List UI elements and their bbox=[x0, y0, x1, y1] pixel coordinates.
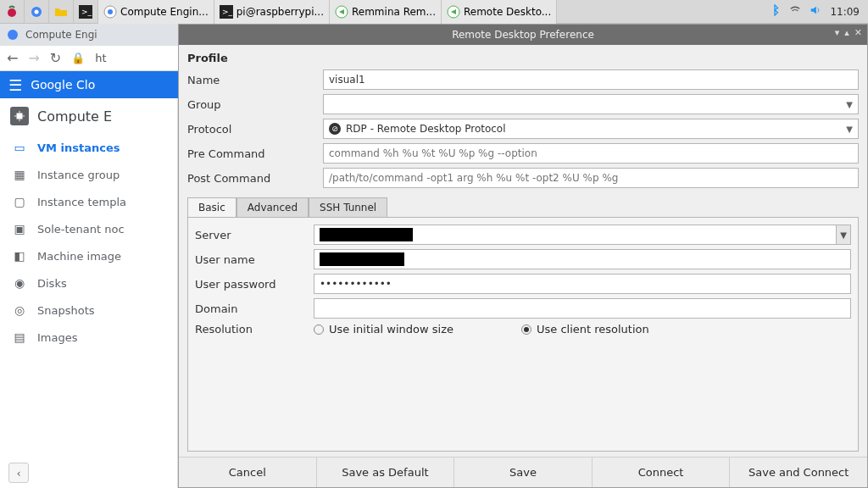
url-fragment[interactable]: ht bbox=[95, 52, 106, 64]
svg-point-11 bbox=[8, 30, 18, 40]
taskbar-window-label: Remmina Rem... bbox=[352, 6, 436, 18]
label-postcommand: Post Command bbox=[187, 172, 323, 185]
svg-point-0 bbox=[8, 8, 16, 17]
postcommand-input[interactable] bbox=[323, 168, 859, 188]
compute-engine-icon bbox=[10, 107, 29, 125]
sidebar-collapse-button[interactable]: ‹ bbox=[8, 463, 29, 483]
chrome-favicon-icon bbox=[7, 29, 19, 41]
settings-tabs: Basic Advanced SSH Tunnel bbox=[187, 197, 859, 217]
group-icon: ▦ bbox=[12, 168, 27, 181]
save-button[interactable]: Save bbox=[453, 458, 592, 487]
row-resolution: Resolution Use initial window size Use c… bbox=[195, 323, 851, 336]
back-button[interactable]: ← bbox=[7, 50, 18, 66]
sidebar-item-machine-images[interactable]: ◧ Machine image bbox=[0, 242, 177, 269]
sidebar-item-snapshots[interactable]: ◎ Snapshots bbox=[0, 297, 177, 324]
sidebar-item-vm-instances[interactable]: ▭ VM instances bbox=[0, 134, 177, 161]
sidebar-item-images[interactable]: ▤ Images bbox=[0, 324, 177, 351]
tenant-icon: ▣ bbox=[12, 222, 27, 236]
taskbar-window-remmina[interactable]: Remmina Rem... bbox=[330, 0, 442, 24]
gcloud-logo-text[interactable]: Google Clo bbox=[31, 78, 95, 92]
file-manager-launcher[interactable] bbox=[49, 0, 74, 24]
browser-tab-title[interactable]: Compute Engi bbox=[25, 29, 97, 41]
radio-icon bbox=[314, 324, 324, 335]
label-precommand: Pre Command bbox=[187, 147, 323, 160]
sidebar-item-label: Images bbox=[37, 331, 78, 344]
bluetooth-icon[interactable] bbox=[769, 4, 781, 19]
remote-desktop-preference-dialog: Remote Desktop Preference ▾ ▴ ✕ Profile … bbox=[178, 24, 868, 488]
chevron-down-icon: ▼ bbox=[846, 125, 853, 134]
row-name: Name bbox=[187, 69, 859, 90]
machine-image-icon: ◧ bbox=[12, 249, 27, 263]
tab-advanced[interactable]: Advanced bbox=[236, 197, 309, 217]
minimize-icon[interactable]: ▾ bbox=[835, 27, 840, 38]
save-connect-button[interactable]: Save and Connect bbox=[729, 458, 867, 487]
chevron-down-icon: ▼ bbox=[846, 100, 853, 109]
sidebar-item-instance-templates[interactable]: ▢ Instance templa bbox=[0, 188, 177, 215]
sidebar-item-label: Machine image bbox=[37, 250, 121, 263]
wifi-icon[interactable] bbox=[789, 4, 801, 19]
chromium-launcher[interactable] bbox=[25, 0, 49, 24]
gcloud-topbar: ☰ Google Clo bbox=[0, 71, 178, 98]
label-group: Group bbox=[187, 98, 323, 111]
sidebar-item-label: Disks bbox=[37, 277, 67, 290]
server-history-dropdown[interactable]: ▼ bbox=[836, 225, 851, 245]
reload-button[interactable]: ↻ bbox=[50, 50, 61, 66]
resolution-radio-initial[interactable]: Use initial window size bbox=[314, 323, 453, 336]
taskbar-window-label: Compute Engin... bbox=[120, 6, 209, 18]
remmina-icon bbox=[335, 5, 348, 19]
sidebar-item-disks[interactable]: ◉ Disks bbox=[0, 269, 177, 297]
template-icon: ▢ bbox=[12, 195, 27, 208]
dialog-titlebar[interactable]: Remote Desktop Preference ▾ ▴ ✕ bbox=[179, 25, 867, 45]
raspberry-menu-button[interactable] bbox=[0, 0, 25, 24]
profile-heading: Profile bbox=[187, 50, 859, 69]
label-protocol: Protocol bbox=[187, 123, 323, 136]
sidebar-item-label: Instance group bbox=[37, 169, 120, 181]
gcloud-sidebar: Compute E ▭ VM instances ▦ Instance grou… bbox=[0, 98, 178, 488]
image-icon: ▤ bbox=[12, 330, 27, 344]
connect-button[interactable]: Connect bbox=[592, 458, 730, 487]
radio-icon bbox=[521, 324, 531, 335]
snapshot-icon: ◎ bbox=[12, 303, 27, 317]
globe-icon bbox=[30, 5, 43, 19]
save-default-button[interactable]: Save as Default bbox=[316, 458, 454, 487]
username-input[interactable] bbox=[314, 249, 851, 269]
sidebar-item-instance-groups[interactable]: ▦ Instance group bbox=[0, 161, 177, 188]
row-postcommand: Post Command bbox=[187, 168, 859, 188]
folder-icon bbox=[54, 5, 68, 19]
sidebar-item-sole-tenant[interactable]: ▣ Sole-tenant noc bbox=[0, 215, 177, 242]
name-input[interactable] bbox=[323, 69, 859, 90]
tab-ssh-tunnel[interactable]: SSH Tunnel bbox=[309, 197, 387, 217]
maximize-icon[interactable]: ▴ bbox=[844, 27, 849, 38]
clock[interactable]: 11:09 bbox=[830, 6, 860, 18]
protocol-select[interactable]: ⊘ RDP - Remote Desktop Protocol ▼ bbox=[323, 119, 859, 139]
taskbar-window-label: Remote Deskto... bbox=[464, 6, 551, 18]
sidebar-item-label: VM instances bbox=[37, 141, 120, 154]
row-protocol: Protocol ⊘ RDP - Remote Desktop Protocol… bbox=[187, 119, 859, 139]
disk-icon: ◉ bbox=[12, 276, 27, 290]
sidebar-item-label: Instance templa bbox=[37, 196, 126, 208]
volume-icon[interactable] bbox=[810, 4, 821, 19]
server-input[interactable] bbox=[314, 225, 851, 245]
terminal-launcher[interactable]: >_ bbox=[74, 0, 98, 24]
sidebar-item-label: Snapshots bbox=[37, 304, 95, 317]
resolution-radio-client[interactable]: Use client resolution bbox=[521, 323, 649, 336]
row-server: Server bbox=[195, 225, 851, 245]
row-group: Group ▼ bbox=[187, 94, 859, 114]
forward-button[interactable]: → bbox=[28, 50, 39, 66]
close-icon[interactable]: ✕ bbox=[854, 27, 862, 38]
cancel-button[interactable]: Cancel bbox=[179, 458, 316, 487]
lock-icon: 🔒 bbox=[71, 52, 85, 64]
taskbar-window-remote-pref[interactable]: Remote Deskto... bbox=[442, 0, 557, 24]
group-select[interactable]: ▼ bbox=[323, 94, 859, 114]
password-input[interactable] bbox=[314, 274, 851, 294]
svg-text:>_: >_ bbox=[222, 8, 233, 16]
row-precommand: Pre Command bbox=[187, 143, 859, 164]
tab-basic[interactable]: Basic bbox=[187, 197, 236, 217]
sidebar-section-label: Compute E bbox=[37, 108, 112, 125]
sidebar-section-compute[interactable]: Compute E bbox=[0, 98, 177, 134]
taskbar-window-chrome[interactable]: Compute Engin... bbox=[98, 0, 214, 24]
domain-input[interactable] bbox=[314, 298, 851, 319]
precommand-input[interactable] bbox=[323, 143, 859, 164]
hamburger-icon[interactable]: ☰ bbox=[8, 76, 22, 94]
taskbar-window-terminal[interactable]: >_ pi@raspberrypi... bbox=[214, 0, 330, 24]
